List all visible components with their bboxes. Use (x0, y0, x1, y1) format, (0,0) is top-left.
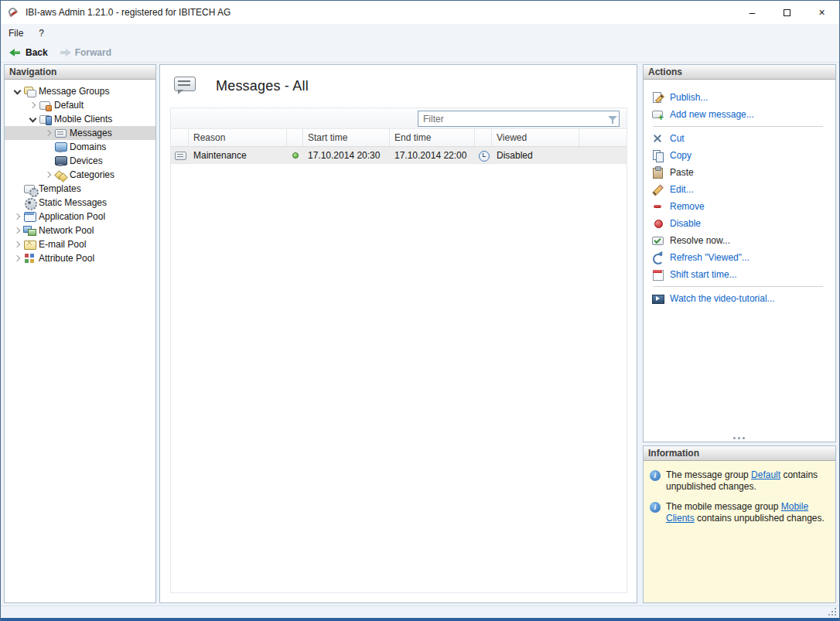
info-icon (650, 502, 661, 513)
close-button[interactable]: × (804, 1, 839, 24)
tree-item-devices[interactable]: Devices (5, 154, 155, 168)
forward-button[interactable]: Forward (53, 44, 117, 62)
table-header: Reason Start time End time Viewed (171, 129, 627, 147)
tree-item-network-pool[interactable]: Network Pool (5, 223, 155, 237)
tree-item-static-messages[interactable]: Static Messages (5, 196, 155, 210)
titlebar[interactable]: IBI-aws Admin 1.21.0 - registered for IB… (1, 1, 839, 24)
tree-item-attribute-pool[interactable]: Attribute Pool (5, 251, 155, 265)
menu-help[interactable]: ? (31, 24, 52, 43)
column-header-start-time[interactable]: Start time (303, 129, 390, 146)
panel-splitter-handle[interactable] (733, 437, 736, 439)
expander-icon (11, 196, 23, 209)
expander-icon[interactable] (42, 169, 54, 181)
network-pool-icon (23, 224, 36, 237)
action-add-new-message[interactable]: Add new message... (651, 106, 831, 123)
action-paste[interactable]: Paste (651, 164, 831, 181)
action-watch-video-tutorial[interactable]: Watch the video-tutorial... (651, 290, 831, 307)
tree-item-domains[interactable]: Domains (5, 140, 155, 154)
filter-funnel-icon[interactable] (606, 113, 619, 125)
expander-icon[interactable] (11, 224, 23, 237)
action-resolve-now[interactable]: Resolve now... (651, 232, 831, 249)
maximize-button[interactable] (770, 1, 804, 24)
column-header-filler (579, 129, 627, 146)
action-remove[interactable]: Remove (651, 198, 831, 215)
navigation-header: Navigation (5, 65, 155, 80)
expander-icon[interactable] (11, 252, 23, 264)
expander-icon (42, 155, 54, 167)
action-refresh-viewed[interactable]: Refresh "Viewed"... (651, 249, 831, 266)
app-window: IBI-aws Admin 1.21.0 - registered for IB… (0, 0, 840, 621)
action-shift-start-time[interactable]: Shift start time... (651, 266, 831, 283)
status-bar (1, 606, 839, 618)
info-item-default-group: The message group Default contains unpub… (650, 469, 829, 493)
tree-item-messages[interactable]: Messages (5, 126, 155, 140)
expander-icon[interactable] (11, 238, 23, 251)
tree-item-mobile-clients[interactable]: Mobile Clients (5, 112, 155, 126)
tree-item-default[interactable]: Default (5, 98, 155, 112)
action-copy[interactable]: Copy (651, 147, 831, 164)
filter-input[interactable] (418, 111, 606, 126)
page-title-block: Messages - All (172, 76, 309, 96)
window-title: IBI-aws Admin 1.21.0 - registered for IB… (26, 7, 230, 18)
column-header-end-time[interactable]: End time (390, 129, 475, 146)
cell-reason: Maintenance (189, 150, 287, 161)
action-cut[interactable]: Cut (651, 130, 831, 147)
expander-icon[interactable] (26, 113, 39, 125)
paste-icon (651, 166, 664, 179)
expander-icon[interactable] (11, 85, 23, 97)
video-tutorial-icon (651, 292, 664, 305)
page-title: Messages - All (216, 78, 309, 94)
remove-icon (651, 200, 664, 213)
information-header: Information (644, 446, 835, 461)
active-status-icon (292, 152, 299, 159)
tree-item-templates[interactable]: Templates (5, 182, 155, 196)
expander-icon[interactable] (26, 99, 39, 111)
app-icon (8, 6, 20, 19)
tree-item-message-groups[interactable]: Message Groups (5, 84, 155, 98)
action-label: Cut (670, 133, 685, 144)
expander-icon[interactable] (11, 210, 23, 223)
toolbar: Back Forward (1, 43, 839, 63)
menu-file[interactable]: File (1, 24, 31, 43)
info-text: The mobile message group Mobile Clients … (666, 501, 829, 524)
info-link-default[interactable]: Default (751, 469, 780, 480)
tree-item-application-pool[interactable]: Application Pool (5, 210, 155, 223)
back-arrow-icon (9, 46, 22, 59)
column-header-status[interactable] (287, 129, 303, 146)
minimize-button[interactable]: – (735, 1, 770, 24)
window-controls: – × (735, 1, 839, 24)
tree-item-label: Templates (39, 183, 81, 194)
info-icon (650, 470, 661, 481)
devices-icon (54, 155, 67, 167)
action-edit[interactable]: Edit... (651, 181, 831, 198)
application-pool-icon (23, 210, 36, 223)
publish-icon (651, 91, 664, 104)
back-button[interactable]: Back (4, 44, 53, 62)
refresh-viewed-icon (651, 251, 664, 264)
column-header-type[interactable] (171, 129, 189, 146)
column-header-viewed[interactable]: Viewed (492, 129, 579, 146)
back-label: Back (26, 47, 48, 58)
action-disable[interactable]: Disable (651, 215, 831, 232)
info-text-prefix: The message group (666, 469, 751, 480)
action-publish[interactable]: Publish... (651, 89, 831, 106)
tree-item-email-pool[interactable]: E-mail Pool (5, 237, 155, 251)
filter-band (171, 108, 627, 129)
forward-arrow-icon (59, 46, 71, 59)
column-header-reason[interactable]: Reason (189, 129, 287, 146)
expander-icon[interactable] (42, 127, 54, 139)
action-label: Refresh "Viewed"... (670, 252, 750, 263)
resize-grip[interactable] (835, 614, 836, 616)
maximize-icon (784, 9, 790, 16)
cut-icon (651, 132, 664, 145)
action-label: Copy (670, 150, 691, 161)
edit-icon (651, 183, 664, 196)
tree-item-label: Default (54, 100, 84, 111)
column-header-viewed-icon[interactable] (475, 129, 492, 146)
tree-item-categories[interactable]: Categories (5, 168, 155, 182)
copy-icon (651, 149, 664, 162)
messages-icon (54, 127, 67, 139)
disable-icon (651, 217, 664, 230)
table-row[interactable]: Maintenance 17.10.2014 20:30 17.10.2014 … (171, 147, 627, 164)
tree-item-label: E-mail Pool (39, 239, 86, 250)
